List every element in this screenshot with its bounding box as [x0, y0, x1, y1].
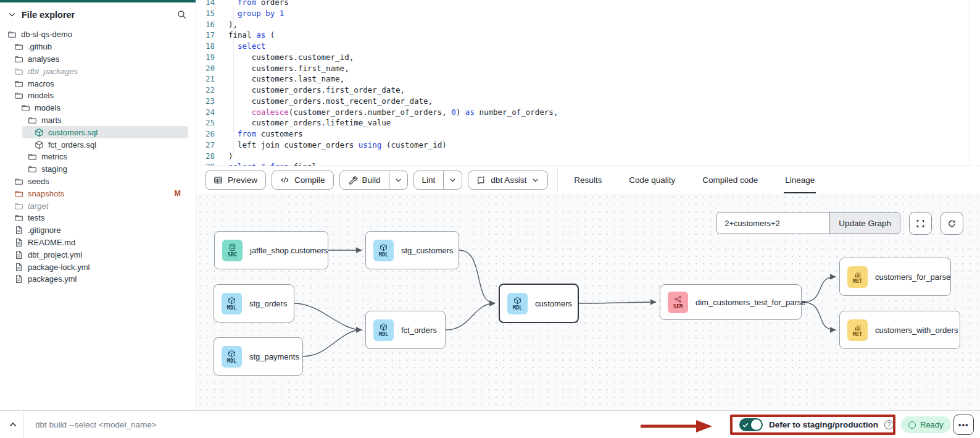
tree-item-packages-yml[interactable]: packages.yml: [0, 273, 196, 285]
chevron-up-icon[interactable]: [7, 419, 19, 430]
tree-item-snapshots[interactable]: snapshotsM: [0, 187, 196, 200]
lint-button[interactable]: Lint: [414, 171, 444, 189]
tab-code-quality[interactable]: Code quality: [629, 166, 675, 193]
tab-lineage[interactable]: Lineage: [785, 166, 815, 193]
editor-scrollbar[interactable]: [970, 0, 970, 166]
tab-compiled-code[interactable]: Compiled code: [702, 166, 758, 193]
tree-item-label: seeds: [28, 177, 49, 186]
tree-item-dbt-packages[interactable]: dbt_packages: [0, 65, 196, 77]
code-line: 26 from customers: [196, 128, 970, 140]
tree-item-label: dbt_packages: [28, 67, 78, 76]
preview-button[interactable]: Preview: [205, 171, 266, 190]
line-number: 18: [196, 41, 215, 52]
tree-item-label: package-lock.yml: [28, 263, 89, 272]
lint-dropdown-button[interactable]: [443, 171, 462, 189]
tab-results[interactable]: Results: [574, 166, 602, 193]
build-button[interactable]: Build: [340, 171, 389, 189]
lint-label: Lint: [422, 175, 436, 185]
chevron-down-icon: [531, 176, 539, 184]
graph-controls: Update Graph: [716, 212, 963, 235]
more-options-button[interactable]: •••: [953, 415, 974, 435]
code-line: 23 customer_orders.most_recent_order_dat…: [196, 96, 970, 107]
lineage-panel[interactable]: SRCjaffle_shop.customersMDLstg_customers…: [196, 193, 980, 410]
tree-item-db-sl-qs-demo[interactable]: db-sl-qs-demo: [0, 28, 196, 41]
tree-item-marts[interactable]: marts: [0, 114, 196, 127]
assist-sparkle-icon: [476, 175, 486, 185]
compile-button[interactable]: Compile: [272, 171, 334, 190]
status-bar: Defer to staging/production ? Ready •••: [0, 410, 980, 438]
tree-item-label: packages.yml: [28, 274, 77, 284]
folder-icon: [14, 213, 23, 222]
tree-item-readme-md[interactable]: README.md: [0, 237, 196, 249]
dbt-command-input[interactable]: [35, 420, 405, 429]
defer-toggle[interactable]: [739, 418, 763, 431]
tree-item-fct-orders-sql[interactable]: fct_orders.sql: [0, 138, 196, 151]
code-line: 15 group by 1: [196, 8, 970, 19]
code-editor[interactable]: 14 from orders15 group by 116),17final a…: [196, 0, 980, 166]
build-button-group: Build: [339, 171, 408, 190]
line-number: 25: [196, 117, 215, 128]
model-icon: [35, 128, 44, 137]
fullscreen-button[interactable]: [909, 212, 932, 235]
refresh-icon: [947, 219, 957, 228]
tree-item-staging[interactable]: staging: [0, 163, 196, 175]
statusbar-divider: [23, 411, 24, 438]
lineage-node-cfp[interactable]: METcustomers_for_parse: [839, 258, 951, 296]
node-label: customers: [535, 299, 572, 308]
node-label: stg_payments: [249, 352, 299, 361]
line-text: from orders: [228, 0, 289, 8]
line-text: final as (: [228, 30, 275, 41]
tree-item-tests[interactable]: tests: [0, 212, 196, 224]
lineage-node-fct_orders[interactable]: MDLfct_orders: [365, 311, 446, 349]
lineage-node-dim[interactable]: SEMdim_customers_test_for_parse: [660, 284, 802, 320]
tree-item-package-lock-yml[interactable]: package-lock.yml: [0, 261, 196, 273]
lineage-node-stg_payments[interactable]: MDLstg_payments: [214, 337, 303, 376]
code-line: 19 customers.customer_id,: [196, 52, 970, 63]
result-tabs: Results Code quality Compiled code Linea…: [574, 166, 815, 193]
refresh-button[interactable]: [941, 212, 963, 235]
tree-item-label: README.md: [28, 238, 75, 247]
dbt-assist-button[interactable]: dbt Assist: [468, 171, 548, 190]
line-text: customer_orders.lifetime_value: [228, 117, 391, 128]
lineage-node-stg_orders[interactable]: MDLstg_orders: [214, 284, 294, 322]
tree-item-label: staging: [41, 164, 67, 174]
mdl-badge: MDL: [507, 293, 528, 314]
tab-code-quality-label: Code quality: [629, 175, 675, 185]
tree-item-analyses[interactable]: analyses: [0, 53, 196, 65]
tree-item-metrics[interactable]: metrics: [0, 151, 196, 163]
tree-item-seeds[interactable]: seeds: [0, 175, 196, 188]
tree-item-target[interactable]: target: [0, 200, 196, 212]
tree-item-macros[interactable]: macros: [0, 77, 196, 90]
tree-item-models[interactable]: models: [0, 90, 196, 102]
node-label: stg_orders: [249, 299, 287, 308]
tree-item-models[interactable]: models: [0, 102, 196, 114]
file-tree: db-sl-qs-demo.githubanalysesdbt_packages…: [0, 28, 196, 285]
tree-item-customers-sql[interactable]: customers.sql: [0, 126, 196, 138]
lineage-node-stg_customers[interactable]: MDLstg_customers: [365, 231, 459, 269]
status-dot-icon: [908, 421, 916, 429]
file-icon: [14, 274, 23, 284]
search-icon[interactable]: [176, 9, 187, 20]
met-badge: MET: [847, 266, 868, 288]
line-number: 19: [196, 52, 215, 63]
editor-toolbar: Preview Compile Build: [196, 166, 980, 193]
line-text: customers.customer_id,: [228, 52, 354, 63]
tree-item-label: fct_orders.sql: [48, 140, 96, 150]
update-graph-button[interactable]: Update Graph: [829, 213, 900, 234]
help-icon[interactable]: ?: [884, 420, 894, 429]
tree-item--github[interactable]: .github: [0, 41, 196, 53]
lineage-node-jaffle[interactable]: SRCjaffle_shop.customers: [214, 231, 328, 269]
lineage-selector-input[interactable]: [717, 213, 829, 234]
build-dropdown-button[interactable]: [389, 171, 407, 189]
file-icon: [14, 250, 23, 259]
chevron-down-icon[interactable]: [7, 10, 17, 19]
wrench-icon: [348, 175, 357, 185]
line-text: select: [228, 41, 265, 52]
line-text: select * from final: [228, 161, 317, 166]
lineage-node-customers[interactable]: MDLcustomers: [499, 284, 579, 323]
tab-compiled-code-label: Compiled code: [702, 175, 758, 185]
tree-item-dbt-project-yml[interactable]: dbt_project.yml: [0, 248, 196, 261]
folder-icon: [21, 103, 30, 112]
lineage-node-cwo[interactable]: METcustomers_with_orders: [839, 311, 960, 349]
tree-item--gitignore[interactable]: .gitignore: [0, 224, 196, 237]
